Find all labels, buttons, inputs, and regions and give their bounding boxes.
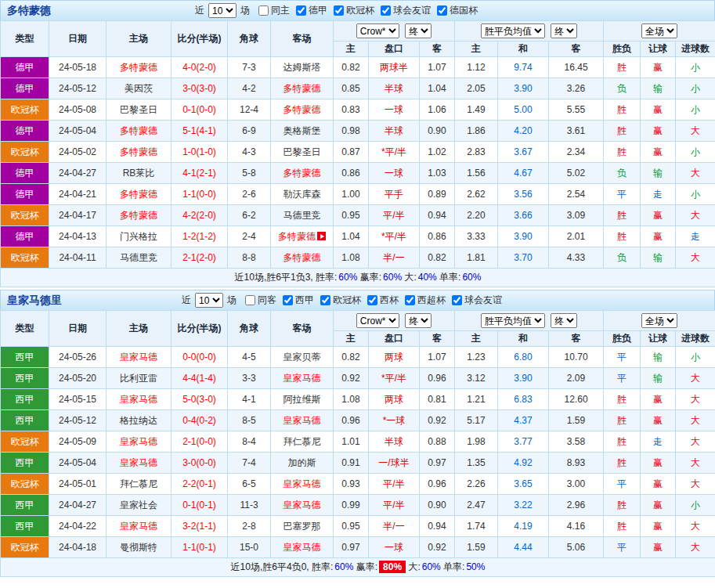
league-filter-checkbox[interactable] (245, 295, 255, 305)
home-team: 多特蒙德 (107, 184, 172, 205)
match-count-select[interactable]: 10 (208, 3, 237, 18)
result-cell: 胜 (604, 516, 641, 537)
league-filter[interactable]: 西甲 (283, 294, 314, 307)
league-filter-checkbox[interactable] (381, 5, 391, 16)
league-filter[interactable]: 西杯 (367, 294, 399, 307)
league-filter[interactable]: 欧冠杯 (320, 294, 361, 307)
result-cell: 平 (604, 474, 641, 495)
asian-stage-select[interactable]: 终 (405, 23, 432, 38)
live-animation-icon[interactable] (317, 232, 326, 240)
asian-away-odds: 0.96 (420, 474, 455, 495)
asian-handicap: *一球 (369, 410, 420, 431)
bookmaker-select[interactable]: Crow* (356, 313, 399, 328)
corner-score: 6-9 (228, 121, 271, 142)
league-filter-checkbox[interactable] (367, 295, 377, 305)
league-filter[interactable]: 同客 (245, 294, 276, 307)
match-score: 1-0(1-0) (172, 142, 228, 163)
col-away: 客场 (271, 311, 334, 347)
filter-controls: 近 10 场 同客西甲欧冠杯西杯西超杯球会友谊 (182, 293, 588, 308)
league-filter-group: 同主德甲欧冠杯球会友谊德国杯 (252, 4, 478, 17)
league-filter[interactable]: 西超杯 (405, 294, 446, 307)
match-row: 德甲24-04-27RB莱比4-1(2-1)5-8多特蒙德0.86一球1.031… (1, 163, 715, 184)
league-filter-checkbox[interactable] (452, 295, 462, 305)
league-filter[interactable]: 德国杯 (437, 4, 478, 17)
league-filter[interactable]: 欧冠杯 (334, 4, 374, 17)
scope-select[interactable]: 全场 (641, 23, 677, 38)
match-date: 24-04-18 (49, 537, 107, 558)
league-filter-label: 欧冠杯 (333, 294, 361, 307)
league-filter-checkbox[interactable] (283, 295, 293, 305)
europe-home-odds: 2.62 (455, 184, 498, 205)
europe-draw-odds: 3.77 (498, 431, 549, 453)
away-team: 达姆斯塔 (271, 57, 334, 78)
away-team: 皇家马德 (271, 495, 334, 516)
asian-handicap: 半/一 (369, 247, 420, 269)
europe-draw-odds: 4.92 (498, 453, 549, 474)
europe-home-odds: 2.83 (455, 142, 498, 163)
stat-label: 大: (402, 272, 417, 283)
europe-odds-select[interactable]: 胜平负均值 (481, 23, 545, 38)
match-score: 5-1(4-1) (172, 121, 228, 142)
corner-score: 2-4 (228, 226, 271, 247)
result-cell: 平 (604, 184, 641, 205)
result-cell: 平 (604, 368, 641, 389)
league-filter-checkbox[interactable] (334, 5, 344, 16)
match-score: 4-4(1-4) (172, 368, 228, 389)
col-home: 主场 (107, 311, 172, 347)
match-date: 24-05-15 (49, 389, 107, 410)
match-score: 2-2(0-1) (172, 474, 228, 495)
league-filter[interactable]: 球会友谊 (452, 294, 502, 307)
europe-home-odds: 1.56 (455, 163, 498, 184)
asian-home-odds: 1.04 (334, 226, 369, 247)
match-row: 欧冠杯24-05-08巴黎圣日0-1(0-0)12-4多特蒙德0.83一球1.0… (1, 99, 715, 121)
asian-home-odds: 0.93 (334, 474, 369, 495)
summary-record: 近10场,胜6平4负0, (231, 561, 312, 572)
away-team: 加的斯 (271, 453, 334, 474)
league-filter[interactable]: 同主 (258, 4, 290, 17)
asian-handicap: 两球半 (369, 57, 420, 78)
europe-stage-select[interactable]: 终 (551, 313, 577, 328)
result-cell: 胜 (604, 453, 641, 474)
home-team: 多特蒙德 (107, 57, 172, 78)
europe-home-odds: 3.12 (455, 368, 498, 389)
asian-home-odds: 0.95 (334, 205, 369, 226)
league-filter-group: 同客西甲欧冠杯西杯西超杯球会友谊 (239, 294, 502, 307)
match-row: 德甲24-05-12美因茨3-0(3-0)4-2多特蒙德0.85半球1.042.… (1, 78, 715, 99)
europe-draw-odds: 9.74 (498, 57, 549, 78)
europe-home-odds: 1.59 (455, 537, 498, 558)
asian-stage-select[interactable]: 终 (405, 313, 432, 328)
europe-away-odds: 4.16 (549, 516, 604, 537)
match-date: 24-04-11 (49, 247, 107, 269)
asian-away-odds: 0.89 (420, 184, 455, 205)
match-date: 24-05-04 (49, 121, 107, 142)
league-filter[interactable]: 德甲 (296, 4, 327, 17)
asian-away-odds: 1.04 (420, 78, 455, 99)
league-filter-checkbox[interactable] (296, 5, 306, 16)
bookmaker-select[interactable]: Crow* (356, 23, 399, 38)
league-badge: 西甲 (1, 410, 49, 431)
league-filter-checkbox[interactable] (437, 5, 447, 16)
europe-draw-odds: 3.66 (498, 205, 549, 226)
away-team: 皇家马德 (271, 537, 334, 558)
league-filter-checkbox[interactable] (405, 295, 415, 305)
europe-away-odds: 12.60 (549, 389, 604, 410)
match-count-select[interactable]: 10 (195, 293, 223, 308)
real-madrid-panel: 皇家马德里 近 10 场 同客西甲欧冠杯西杯西超杯球会友谊 类型 日期 主场 比… (0, 290, 715, 577)
league-filter-checkbox[interactable] (258, 5, 269, 16)
europe-draw-odds: 3.90 (498, 78, 549, 99)
asian-home-odds: 0.86 (334, 163, 369, 184)
europe-odds-select[interactable]: 胜平负均值 (481, 313, 545, 328)
europe-draw-odds: 4.37 (498, 410, 549, 431)
scope-select[interactable]: 全场 (641, 313, 677, 328)
league-filter[interactable]: 球会友谊 (381, 4, 431, 17)
league-badge: 欧冠杯 (1, 205, 49, 226)
col-score: 比分(半场) (172, 311, 228, 347)
europe-draw-odds: 4.20 (498, 121, 549, 142)
result-cell: 负 (604, 78, 641, 99)
match-history-page: 多特蒙德 近 10 场 同主德甲欧冠杯球会友谊德国杯 类型 日期 主场 比分(半… (0, 0, 715, 577)
league-filter-checkbox[interactable] (320, 295, 330, 305)
europe-stage-select[interactable]: 终 (551, 23, 577, 38)
europe-away-odds: 10.70 (549, 347, 604, 368)
handicap-result-cell: 走 (641, 431, 676, 453)
away-team: 多特蒙德 (271, 247, 334, 269)
